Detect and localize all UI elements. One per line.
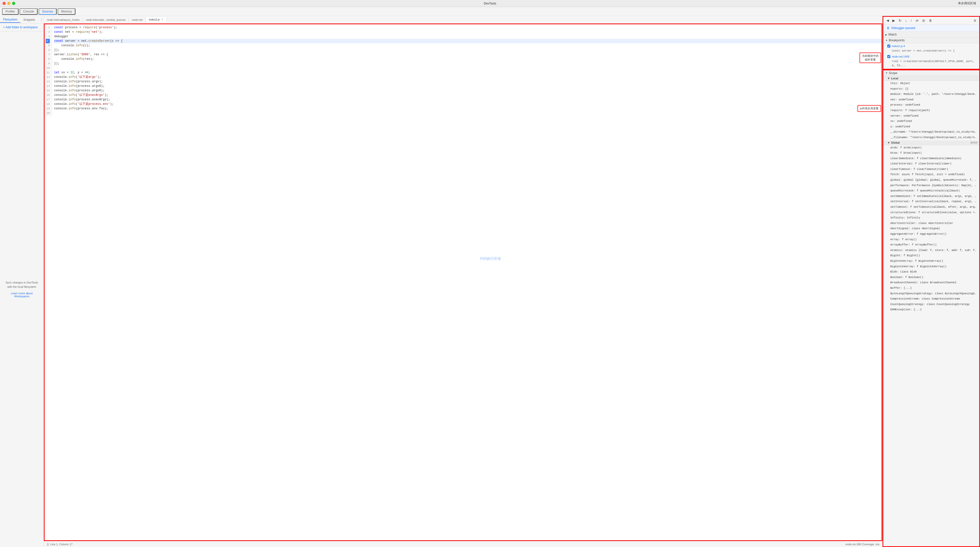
settings-button[interactable]: ⚙ — [973, 18, 977, 23]
main-content: node:internal/async_hooks node:internal/… — [44, 16, 980, 547]
close-tab-icon[interactable]: ✕ — [161, 18, 163, 21]
code-line-18: console.info('以下是process.env'); — [54, 102, 881, 106]
code-execution-label: 代码执行区域 — [480, 257, 501, 261]
code-line-1: const process = require('process'); — [54, 25, 881, 30]
coverage-info: node:vm:360 Coverage: n/a — [845, 543, 879, 546]
pause-icon: ⏸ — [886, 26, 890, 30]
workspace-info: Sync changes in DevTools with the local … — [0, 31, 44, 547]
tab-index2[interactable]: index2.js ✕ — [146, 17, 166, 22]
scope-abortcontroller: AbortController: class AbortController — [883, 221, 979, 226]
scope-countqueuingstrategy: CountQueuingStrategy: class CountQueuing… — [883, 302, 979, 307]
code-line-6: }); — [54, 48, 881, 52]
step-over-button[interactable]: ↻ — [897, 18, 903, 23]
breakpoints-section-header[interactable]: ▼ Breakpoints — [883, 38, 979, 43]
line-numbers: 1 2 3 4 5 6 7 8 9 10 11 12 13 14 — [45, 24, 52, 116]
tab-snippets[interactable]: Snippets — [20, 17, 38, 22]
scope-server: server: undefined — [883, 113, 979, 119]
panel-collapse-button[interactable]: ◀ — [885, 18, 890, 23]
scope-performance: performance: Performance {Symbol(kEvents… — [883, 183, 979, 189]
step-button[interactable]: ⇄ — [914, 18, 920, 23]
curly-braces-icon: {} — [47, 543, 49, 546]
add-folder-button[interactable]: + Add folder to workspace — [0, 24, 44, 31]
code-line-19: console.info(process.env.foo); — [54, 106, 881, 111]
scope-clearimmediate: clearImmediate: f clearImmediate(immedia… — [883, 156, 979, 162]
watch-section-header[interactable]: ▶ Watch — [883, 32, 979, 38]
scope-bytelengthqueuingstrategy: ByteLengthQueuingStrategy: class ByteLen… — [883, 291, 979, 296]
learn-more-link[interactable]: Learn more about Workspaces — [11, 292, 33, 298]
scope-exports[interactable]: exports: {} — [883, 86, 979, 92]
breakpoint-info-2: node:net:1406 rval = createServerHandle(… — [892, 55, 975, 68]
tab-async-hooks[interactable]: node:internal/async_hooks — [44, 17, 83, 22]
code-line-7: server.listen('3000', res => { — [54, 52, 881, 57]
scope-atomics: Atomics: Atomics {load: f, store: f, add… — [883, 248, 979, 253]
maximize-button[interactable] — [12, 2, 15, 5]
resume-button[interactable]: ▶ — [891, 18, 896, 23]
global-scope-label[interactable]: ▼ Global global — [883, 140, 979, 145]
scope-process: process: undefined — [883, 102, 979, 108]
local-scope-label[interactable]: ▼ Local — [883, 76, 979, 81]
line-num-15: 15 — [46, 88, 50, 93]
code-line-4: const server = net.createServer(c => { — [54, 39, 881, 43]
code-line-17: console.info(process.execArgv); — [54, 97, 881, 102]
code-line-13: console.info(process.argv); — [54, 79, 881, 84]
breakpoint-item-2: node:net:1406 rval = createServerHandle(… — [883, 54, 979, 69]
scope-this[interactable]: this: Object — [883, 81, 979, 86]
tab-net[interactable]: node:net — [129, 17, 146, 22]
tab-filesystem[interactable]: Filesystem — [0, 17, 20, 23]
scope-btoa: btoa: f btoa(input) — [883, 151, 979, 156]
scope-dirname: __dirname: "/Users/zhenggl/Desktop/wait_… — [883, 129, 979, 135]
scope-domexception: DOMException: {...} — [883, 307, 979, 312]
code-line-9: }); — [54, 61, 881, 66]
breakpoint-info-1: index2.js:4 const server = net.createSer… — [892, 44, 975, 53]
scope-global: global: global {global: global, queueMic… — [883, 178, 979, 183]
scope-label: Scope — [889, 71, 897, 75]
right-panel-bottom: ▼ Scope ▼ Local this: Object exports: {}… — [883, 70, 980, 547]
line-num-4: 4 — [46, 39, 50, 43]
code-line-10 — [54, 66, 881, 70]
pause-on-exception-button[interactable]: ⏸ — [928, 18, 934, 23]
scope-biguint64array: BigUint64Array: f BigUint64Array() — [883, 264, 979, 270]
line-num-11: 11 — [46, 70, 50, 75]
code-area: 1 2 3 4 5 6 7 8 9 10 11 12 13 14 — [45, 24, 881, 116]
code-editor[interactable]: 1 2 3 4 5 6 7 8 9 10 11 12 13 14 — [44, 24, 882, 541]
tab-task-queues[interactable]: node:internal/p...ss/task_queues — [83, 17, 129, 22]
minimize-button[interactable] — [7, 2, 11, 5]
line-num-9: 9 — [46, 61, 50, 66]
scope-infinity: Infinity: Infinity — [883, 215, 979, 221]
add-folder-label: + Add folder to workspace — [3, 25, 38, 29]
scope-array: Array: f Array() — [883, 237, 979, 243]
step-out-button[interactable]: ↑ — [909, 18, 913, 23]
line-num-19: 19 — [46, 106, 50, 111]
tab-memory[interactable]: Memory — [57, 8, 75, 15]
code-lines[interactable]: const process = require('process'); cons… — [52, 24, 881, 116]
tab-profiler[interactable]: Profiler — [2, 8, 19, 15]
devtools-body: Filesystem Snippets ⋮ + Add folder to wo… — [0, 16, 980, 547]
scope-queuemicrotask: queueMicrotask: f queueMicrotask(callbac… — [883, 188, 979, 194]
step-into-button[interactable]: ↓ — [904, 18, 908, 23]
line-num-12: 12 — [46, 75, 50, 79]
breakpoint-code-1: const server = net.createServer(c => { — [892, 49, 975, 53]
breakpoint-checkbox-1[interactable] — [887, 44, 890, 48]
breakpoint-filename-2: node:net:1406 — [892, 55, 975, 59]
scope-setimmediate: setImmediate: f setImmediate(callback, a… — [883, 194, 979, 199]
scope-section-header[interactable]: ▼ Scope — [883, 70, 979, 76]
code-line-8: console.info(res); — [54, 57, 881, 61]
scope-blob: Blob: class Blob — [883, 269, 979, 275]
scope-structuredclone: structuredClone: f structuredClone(value… — [883, 210, 979, 216]
scope-fetch: fetch: async f fetch(input, init = undef… — [883, 172, 979, 178]
center-panel: node:internal/async_hooks node:internal/… — [44, 16, 882, 547]
tab-console[interactable]: Console — [19, 8, 38, 15]
right-panel-top: ◀ ▶ ↻ ↓ ↑ ⇄ ⊘ ⏸ ⚙ ⏸ Debugger paused — [883, 16, 980, 70]
breakpoints-arrow-icon: ▼ — [885, 39, 888, 42]
left-sidebar: Filesystem Snippets ⋮ + Add folder to wo… — [0, 16, 44, 547]
scope-scrollable[interactable]: ▼ Local this: Object exports: {} module:… — [883, 76, 979, 546]
scope-module[interactable]: module: Module {id: '.', path: '/Users/z… — [883, 92, 979, 97]
tab-sources[interactable]: Sources — [38, 8, 57, 15]
line-num-5: 5 — [46, 43, 50, 48]
code-line-20 — [54, 111, 881, 115]
workspace-sync-text: Sync changes in DevTools with the local … — [3, 281, 41, 289]
global-scope-type: global — [970, 141, 977, 144]
breakpoint-checkbox-2[interactable] — [887, 55, 890, 58]
deactivate-breakpoints-button[interactable]: ⊘ — [921, 18, 926, 23]
close-button[interactable] — [3, 2, 6, 5]
